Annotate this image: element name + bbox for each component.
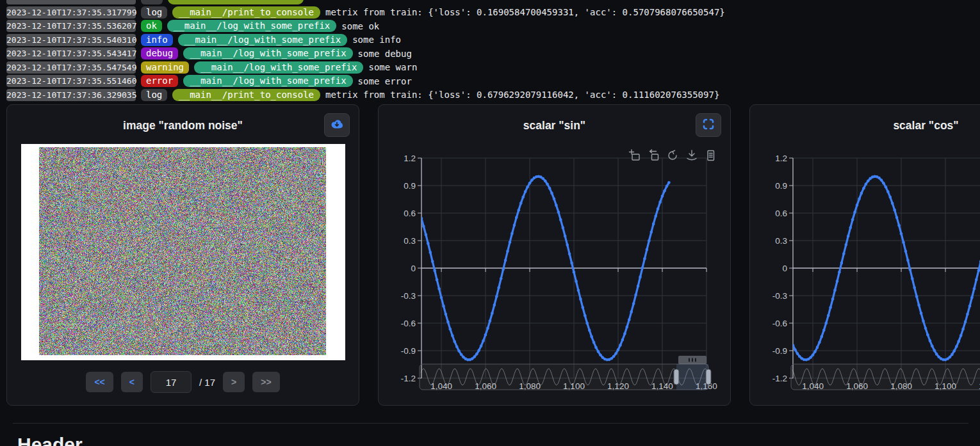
log-module-pill: __main__/print_to_console — [172, 6, 320, 19]
sin-chart-title: scalar "sin" — [379, 119, 730, 132]
svg-text:0: 0 — [782, 264, 787, 273]
log-level-badge — [141, 0, 163, 4]
cos-chart-card: scalar "cos" 1.20.90.60.30-0.3-0.6-0.9-1… — [749, 104, 980, 406]
page-total: / 17 — [199, 377, 215, 388]
save-image-icon[interactable] — [687, 150, 696, 160]
fullscreen-button[interactable] — [696, 113, 721, 137]
zoom-reset-icon[interactable] — [650, 150, 658, 160]
log-timestamp: 2023-12-10T17:37:35.543417 — [6, 47, 136, 60]
svg-text:0.9: 0.9 — [404, 181, 416, 191]
log-timestamp: 2023-12-10T17:37:35.540310 — [6, 34, 136, 46]
log-module-pill: __main__/log_with_some_prefix — [194, 61, 363, 74]
prev-page-button[interactable]: < — [121, 372, 143, 392]
log-console: 2023-12-10T17:37:35.317799log__main__/pr… — [6, 0, 980, 102]
svg-text:0: 0 — [411, 264, 416, 273]
zoom-handle-right[interactable] — [706, 369, 711, 385]
svg-text:0.6: 0.6 — [775, 209, 787, 218]
image-card: image "random noise" << < — [6, 104, 359, 406]
svg-text:-1.2: -1.2 — [401, 374, 416, 383]
log-level-badge: log — [141, 89, 167, 101]
log-module-pill: __main__/log_with_some_prefix — [183, 75, 352, 87]
page-input[interactable] — [151, 371, 192, 393]
section-heading: Header — [17, 434, 83, 446]
log-message: some warn — [368, 62, 417, 72]
log-timestamp — [6, 0, 136, 4]
svg-text:0.6: 0.6 — [404, 209, 416, 218]
log-level-badge: log — [141, 6, 167, 19]
sin-chart[interactable]: 1.20.90.60.30-0.3-0.6-0.9-1.21,0401,0601… — [379, 145, 732, 401]
zoom-handle-left[interactable] — [674, 369, 679, 385]
log-message: some info — [352, 35, 401, 45]
log-level-badge: info — [141, 34, 173, 46]
log-timestamp: 2023-12-10T17:37:35.547549 — [6, 61, 136, 74]
log-module-pill: __main__/log_with_some_prefix — [178, 34, 347, 46]
log-message: metrix from train: {'loss': 0.1690584700… — [325, 7, 725, 17]
download-image-button[interactable] — [324, 113, 350, 137]
cos-chart[interactable]: 1.20.90.60.30-0.3-0.6-0.9-1.21,0401,0601… — [750, 145, 980, 401]
sin-chart-card: scalar "sin" 1.20.90.60.30-0.3-0.6-0.9-1… — [378, 104, 731, 406]
cloud-download-icon — [330, 118, 344, 132]
svg-text:-0.6: -0.6 — [772, 319, 787, 328]
log-timestamp: 2023-12-10T17:37:35.551460 — [6, 75, 136, 87]
log-message: some debug — [358, 49, 412, 59]
log-level-badge: error — [141, 75, 178, 87]
log-row: 2023-12-10T17:37:35.317799log__main__/pr… — [6, 6, 980, 20]
svg-text:0.3: 0.3 — [404, 236, 416, 246]
next-page-button[interactable]: > — [223, 372, 245, 392]
svg-text:-0.9: -0.9 — [401, 346, 416, 356]
log-row — [6, 0, 980, 6]
datazoom-slider[interactable] — [791, 356, 980, 390]
log-row: 2023-12-10T17:37:36.329035log__main__/pr… — [6, 88, 980, 102]
svg-text:-0.6: -0.6 — [401, 319, 416, 328]
log-module-pill: __main__/log_with_some_prefix — [183, 47, 352, 60]
log-level-badge: ok — [141, 20, 162, 32]
cos-chart-title: scalar "cos" — [750, 119, 980, 132]
log-level-badge: warning — [141, 61, 189, 74]
last-page-button[interactable]: >> — [252, 372, 279, 392]
log-row: 2023-12-10T17:37:35.536207ok__main__/log… — [6, 19, 980, 33]
image-pagination: << < / 17 > >> — [7, 371, 359, 393]
cards-row: image "random noise" << < — [6, 104, 980, 406]
svg-text:1.2: 1.2 — [404, 154, 416, 163]
data-view-icon[interactable] — [708, 151, 714, 161]
log-message: some ok — [341, 21, 379, 31]
log-message: some error — [358, 76, 412, 86]
log-module-pill — [168, 0, 304, 4]
log-row: 2023-12-10T17:37:35.543417debug__main__/… — [6, 47, 980, 61]
log-row: 2023-12-10T17:37:35.547549warning__main_… — [6, 61, 980, 75]
log-message: metrix from train: {'loss': 0.6796292079… — [325, 90, 719, 100]
noise-image — [39, 147, 326, 355]
log-row: 2023-12-10T17:37:35.551460error__main__/… — [6, 74, 980, 88]
log-timestamp: 2023-12-10T17:37:35.317799 — [6, 6, 136, 19]
fullscreen-icon — [702, 118, 715, 132]
svg-text:0.3: 0.3 — [775, 236, 787, 246]
svg-text:-0.3: -0.3 — [772, 291, 787, 301]
log-level-badge: debug — [141, 47, 178, 60]
svg-text:1.2: 1.2 — [775, 154, 787, 163]
image-frame — [21, 144, 345, 360]
svg-text:-0.3: -0.3 — [401, 291, 416, 301]
svg-text:-0.9: -0.9 — [772, 346, 787, 356]
datazoom-slider[interactable] — [420, 356, 711, 390]
first-page-button[interactable]: << — [86, 372, 113, 392]
log-row: 2023-12-10T17:37:35.540310info__main__/l… — [6, 33, 980, 47]
log-module-pill: __main__/print_to_console — [172, 89, 320, 101]
svg-text:-1.2: -1.2 — [772, 374, 787, 383]
svg-text:0.9: 0.9 — [775, 181, 787, 191]
box-zoom-icon[interactable] — [630, 150, 640, 160]
log-timestamp: 2023-12-10T17:37:35.536207 — [6, 20, 136, 32]
section-divider — [13, 423, 968, 424]
log-module-pill: __main__/log_with_some_prefix — [167, 20, 336, 32]
image-card-title: image "random noise" — [7, 119, 359, 132]
log-timestamp: 2023-12-10T17:37:36.329035 — [6, 89, 136, 101]
